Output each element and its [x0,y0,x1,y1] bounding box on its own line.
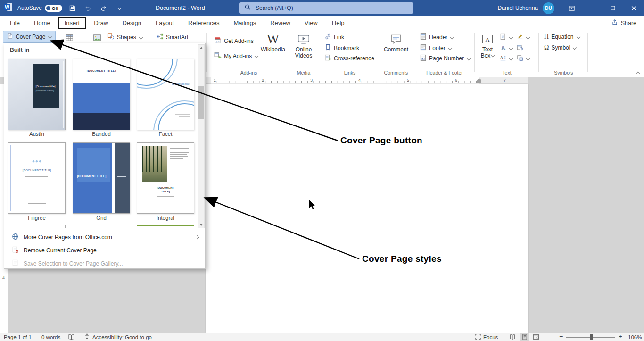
cover-thumbnail-integral[interactable]: [DOCUMENT TITLE] [137,142,194,214]
wordart-button[interactable]: A [500,43,512,53]
ribbon-display-options-button[interactable] [561,0,582,16]
tab-help[interactable]: Help [325,17,352,29]
menu-label: More Cover Pages from Office.com [24,234,112,241]
link-button[interactable]: Link [324,32,344,42]
object-button[interactable] [517,53,529,64]
thumbnail-name: Grid [73,215,130,221]
word-count[interactable]: 0 words [41,333,60,341]
bookmark-icon [324,44,331,52]
tab-references[interactable]: References [181,17,226,29]
symbol-button[interactable]: Ω Symbol [544,42,576,53]
signature-line-button[interactable] [517,32,529,42]
pictures-icon[interactable] [93,33,101,44]
share-button[interactable]: Share [611,16,636,30]
save-selection-icon [12,259,19,268]
quick-parts-button[interactable] [500,32,512,42]
autosave-toggle[interactable]: Off [45,5,62,12]
thumb-title-text: [Document title] [148,83,190,85]
autosave-control[interactable]: AutoSave Off [17,5,62,12]
document-page[interactable] [206,84,528,333]
web-layout-button[interactable] [533,333,539,341]
get-addins-button[interactable]: Get Add-ins [214,36,254,46]
mouse-cursor-icon [308,200,316,211]
drop-cap-icon: A [500,55,506,63]
drop-cap-button[interactable]: A [500,53,512,64]
signature-line-icon [517,33,523,42]
print-layout-button[interactable] [520,333,529,341]
equation-button[interactable]: Π Equation [544,32,580,42]
ruler-number: 2 [262,78,264,83]
thumbnail-name: Filigree [8,215,66,221]
shapes-button[interactable]: Shapes [107,32,142,42]
group-label-text: Text [477,70,537,75]
tab-home[interactable]: Home [27,17,58,29]
redo-button[interactable] [98,2,109,14]
bookmark-button[interactable]: Bookmark [324,43,359,53]
tab-review[interactable]: Review [263,17,297,29]
cover-page-button[interactable]: Cover Page [3,31,56,43]
horizontal-ruler[interactable]: 1 2 3 4 5 6 7 [206,77,528,84]
zoom-level[interactable]: 106% [628,333,642,341]
tab-mailings[interactable]: Mailings [227,17,264,29]
scroll-down-button[interactable] [198,222,204,228]
group-label-media: Media [289,70,318,75]
online-videos-button[interactable]: Online Videos [291,32,316,59]
cover-thumbnail-grid[interactable]: [DOCUMENT TITLE] [73,142,130,214]
save-button[interactable] [66,2,78,14]
my-addins-button[interactable]: My Add-ins [214,51,258,61]
cover-thumbnail-facet[interactable]: [Document title] [137,59,194,130]
undo-button[interactable] [82,2,93,14]
tab-insert[interactable]: Insert [58,17,87,29]
tab-layout[interactable]: Layout [149,17,181,29]
search-bar[interactable] [239,2,413,14]
menu-more-cover-pages[interactable]: More Cover Pages from Office.com [4,231,205,244]
avatar[interactable]: DU [543,2,554,14]
text-box-icon: A [481,32,494,47]
autosave-state: Off [52,6,58,11]
zoom-slider-thumb[interactable] [590,334,593,340]
cover-photo [142,146,167,182]
table-icon[interactable] [65,33,74,44]
footer-button[interactable]: Footer [420,43,452,53]
smartart-button[interactable]: SmartArt [157,32,188,42]
proofing-icon[interactable] [68,333,75,341]
chevron-down-icon [509,46,513,50]
tab-view[interactable]: View [297,17,325,29]
page-number-button[interactable]: Page Number [420,53,470,64]
tab-design[interactable]: Design [116,17,149,29]
accessibility-status[interactable]: Accessibility: Good to go [84,333,152,341]
minimize-button[interactable] [582,0,603,16]
gallery-scrollbar[interactable] [198,44,205,228]
menu-label: Save Selection to Cover Page Gallery... [24,260,123,267]
online-video-icon [297,32,310,47]
read-mode-button[interactable] [509,333,516,341]
page-indicator[interactable]: Page 1 of 1 [4,333,32,341]
wikipedia-button[interactable]: W Wikipedia [261,32,285,53]
tab-draw[interactable]: Draw [87,17,115,29]
cover-thumbnail-partial[interactable] [8,225,66,228]
cover-thumbnail-partial[interactable] [73,225,130,228]
menu-remove-cover-page[interactable]: Remove Current Cover Page [4,244,205,257]
cross-reference-button[interactable]: Cross-reference [324,53,374,64]
header-button[interactable]: Header [420,32,454,42]
search-input[interactable] [255,4,398,12]
tab-file[interactable]: File [3,17,27,29]
close-button[interactable] [623,0,644,16]
scrollbar-thumb[interactable] [198,86,204,119]
cover-thumbnail-partial[interactable] [137,225,194,228]
maximize-button[interactable] [603,0,623,16]
focus-button[interactable]: Focus [475,333,498,341]
text-box-button[interactable]: A Text Box [477,32,498,59]
date-time-button[interactable] [517,43,523,53]
chevron-up-icon [636,72,640,75]
cover-thumbnail-banded[interactable]: [DOCUMENT TITLE] [73,59,130,130]
cover-thumbnail-filigree[interactable]: [DOCUMENT TITLE] [8,142,66,214]
comment-button[interactable]: Comment [383,32,409,53]
quick-parts-icon [500,33,506,42]
scroll-up-button[interactable] [198,45,204,51]
zoom-in-button[interactable]: + [619,333,622,341]
menu-label: Remove Current Cover Page [24,247,97,254]
quick-access-chevron-icon[interactable] [113,2,124,14]
zoom-out-button[interactable]: − [559,332,563,340]
cover-thumbnail-austin[interactable]: [Document title] [Document subtitle] [8,59,66,130]
